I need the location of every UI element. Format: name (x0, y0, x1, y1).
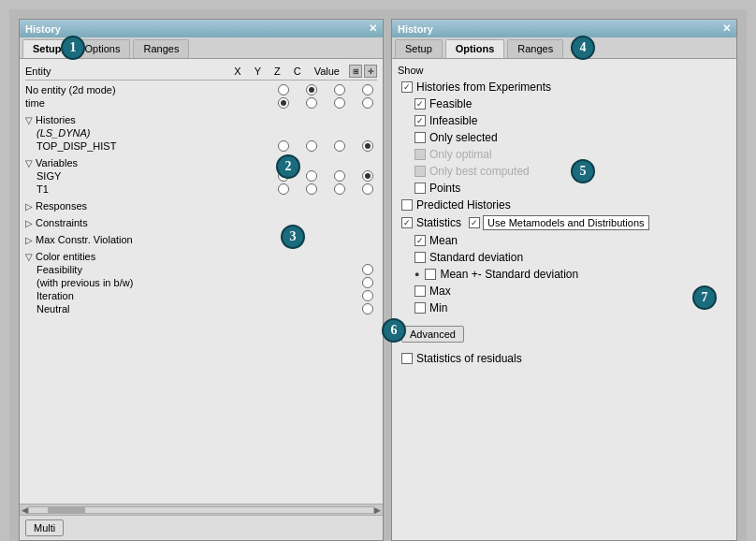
only-selected-cb[interactable] (414, 132, 426, 143)
constraints-header[interactable]: ▷ Constraints (25, 216, 377, 229)
scrollbar-track[interactable] (28, 506, 374, 514)
sigy-y-radio[interactable] (306, 170, 317, 182)
only-best-computed-cb (414, 166, 426, 177)
time-z-radio[interactable] (334, 97, 345, 109)
annotation-5: 5 (571, 159, 595, 183)
advanced-button[interactable]: Advanced (401, 326, 464, 343)
only-selected-row: Only selected (398, 129, 731, 146)
max-label: Max (429, 285, 451, 298)
max-cb[interactable] (414, 285, 426, 297)
scroll-left-arrow[interactable]: ◀ (22, 505, 28, 515)
annotation-6: 6 (382, 318, 406, 343)
left-scrollbar[interactable]: ◀ ▶ (20, 504, 383, 515)
sigy-z-radio[interactable] (334, 170, 345, 182)
t1-z-radio[interactable] (334, 183, 345, 195)
right-panel-title: History (398, 23, 433, 35)
max-constr-header[interactable]: ▷ Max Constr. Violation (25, 233, 377, 246)
t1-radios (278, 183, 373, 195)
mean-std-cb[interactable] (425, 269, 436, 280)
feasible-cb[interactable] (414, 98, 426, 110)
scroll-right-arrow[interactable]: ▶ (374, 505, 381, 515)
table-icon-1[interactable]: ⊞ (349, 65, 362, 78)
mean-std-row: ● Mean +- Standard deviation (398, 266, 731, 283)
annotation-2: 2 (276, 154, 300, 179)
infeasible-cb[interactable] (414, 115, 426, 126)
mean-row: Mean (398, 232, 731, 249)
time-y-radio[interactable] (306, 97, 317, 109)
top-disp-c-radio[interactable] (362, 140, 373, 152)
no-entity-y-radio[interactable] (306, 84, 317, 95)
show-label: Show (398, 65, 731, 76)
histories-header[interactable]: ▽ Histories (25, 113, 377, 126)
feasibility-radio[interactable] (362, 264, 373, 275)
t1-row: T1 (36, 183, 377, 196)
histories-label: Histories (36, 114, 76, 125)
t1-x-radio[interactable] (278, 183, 289, 195)
right-tab-ranges[interactable]: Ranges (507, 39, 563, 58)
min-cb[interactable] (414, 302, 426, 314)
predicted-histories-cb[interactable] (401, 199, 413, 211)
variables-header[interactable]: ▽ Variables (25, 156, 377, 169)
t1-y-radio[interactable] (306, 183, 317, 195)
left-panel-footer: Multi (20, 515, 383, 540)
color-entities-header[interactable]: ▽ Color entities (25, 250, 377, 263)
top-disp-radios (278, 140, 373, 152)
no-entity-row: No entity (2d mode) (25, 83, 377, 96)
variables-label: Variables (36, 157, 78, 168)
only-optimal-cb (414, 149, 426, 160)
mean-std-dot: ● (414, 270, 419, 279)
top-disp-x-radio[interactable] (278, 140, 289, 152)
time-x-radio[interactable] (278, 97, 289, 109)
left-panel-close[interactable]: ✕ (369, 22, 377, 35)
max-constr-arrow: ▷ (25, 235, 33, 245)
ls-dyna-item: (LS_DYNA) (36, 126, 377, 139)
time-c-radio[interactable] (362, 97, 373, 109)
histories-from-experiments-cb[interactable] (401, 81, 413, 93)
left-panel-content: Entity X Y Z C Value ⊞ ✛ No entity (2d m… (20, 59, 383, 504)
variables-children: SIGY T1 (25, 169, 377, 196)
statistics-cb[interactable] (401, 217, 413, 228)
prev-bw-radio[interactable] (362, 277, 373, 288)
right-tab-setup[interactable]: Setup (395, 39, 443, 58)
x-header: X (234, 66, 240, 77)
right-panel-close[interactable]: ✕ (722, 22, 731, 35)
no-entity-c-radio[interactable] (362, 84, 373, 95)
top-disp-y-radio[interactable] (306, 140, 317, 152)
responses-header[interactable]: ▷ Responses (25, 199, 377, 212)
top-disp-z-radio[interactable] (334, 140, 345, 152)
color-entities-label: Color entities (36, 251, 95, 262)
iteration-radio[interactable] (362, 290, 373, 301)
neutral-radio[interactable] (362, 303, 373, 314)
mean-label: Mean (429, 234, 458, 247)
no-entity-x-radio[interactable] (278, 84, 289, 95)
right-panel-content: Show Histories from Experiments Feasible… (392, 59, 736, 540)
multi-button[interactable]: Multi (25, 519, 64, 536)
use-metamodels-label: Use Metamodels and Distributions (483, 215, 649, 230)
no-entity-z-radio[interactable] (334, 84, 345, 95)
std-dev-cb[interactable] (414, 252, 426, 263)
only-optimal-row: Only optimal (398, 146, 731, 163)
right-panel-tabs: Setup Options Ranges (392, 37, 736, 59)
use-metamodels-cb[interactable] (469, 217, 480, 228)
statistics-row: Statistics Use Metamodels and Distributi… (398, 213, 731, 232)
left-tab-ranges[interactable]: Ranges (133, 39, 189, 58)
stats-residuals-cb[interactable] (401, 353, 413, 364)
right-tab-options[interactable]: Options (445, 39, 505, 58)
iteration-row: Iteration (36, 289, 377, 302)
mean-cb[interactable] (414, 235, 426, 246)
no-entity-radios (278, 84, 373, 95)
t1-label: T1 (36, 183, 278, 195)
scrollbar-thumb[interactable] (48, 507, 85, 513)
only-best-computed-label: Only best computed (429, 165, 530, 178)
sigy-c-radio[interactable] (362, 170, 373, 182)
responses-section: ▷ Responses (25, 199, 377, 212)
t1-c-radio[interactable] (362, 183, 373, 195)
only-selected-label: Only selected (429, 131, 498, 144)
points-cb[interactable] (414, 183, 426, 194)
top-disp-row: TOP_DISP_HIST (36, 139, 377, 153)
color-entities-section: ▽ Color entities Feasibility (with previ… (25, 250, 377, 315)
feasibility-row: Feasibility (36, 263, 377, 276)
time-row: time (25, 96, 377, 110)
table-icon-2[interactable]: ✛ (364, 65, 377, 78)
c-header: C (294, 66, 301, 77)
